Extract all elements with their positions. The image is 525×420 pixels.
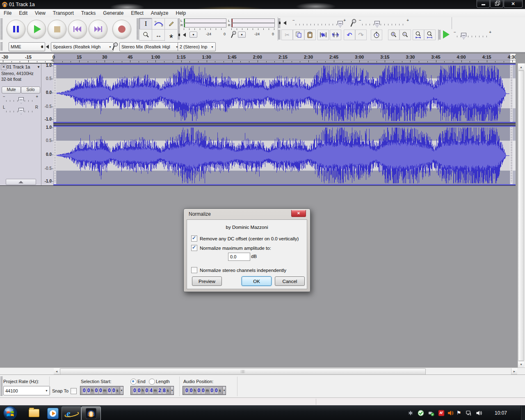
- menu-edit[interactable]: Edit: [15, 9, 31, 17]
- menu-transport[interactable]: Transport: [49, 9, 78, 17]
- dc-offset-checkbox[interactable]: ✓: [191, 235, 197, 242]
- ok-button[interactable]: OK: [242, 276, 272, 286]
- zoom-in-button[interactable]: [388, 30, 399, 40]
- tray-network-icon[interactable]: [466, 410, 472, 416]
- solo-button[interactable]: Solo: [21, 87, 40, 94]
- playback-meter-menu[interactable]: ▼: [189, 32, 197, 38]
- trim-audio-button[interactable]: [317, 30, 329, 40]
- device-toolbar-grip[interactable]: [0, 42, 3, 51]
- minimize-button[interactable]: [477, 0, 490, 8]
- fit-project-button[interactable]: [424, 30, 436, 40]
- taskbar-internet-explorer-button[interactable]: e: [62, 406, 81, 420]
- pause-button[interactable]: [7, 20, 25, 39]
- scroll-down-button[interactable]: ▲: [518, 361, 524, 368]
- time-digit[interactable]: 8: [162, 388, 166, 394]
- paste-button[interactable]: [304, 30, 316, 40]
- transport-toolbar-grip[interactable]: [0, 18, 3, 40]
- menu-generate[interactable]: Generate: [99, 9, 127, 17]
- start-button[interactable]: [2, 405, 18, 420]
- record-meter-menu[interactable]: ▼: [238, 32, 246, 38]
- output-device-select[interactable]: Speakers (Realtek High ▼: [51, 42, 114, 51]
- record-button[interactable]: [112, 20, 131, 39]
- tray-usb-icon[interactable]: [428, 410, 434, 416]
- copy-button[interactable]: [293, 30, 304, 40]
- selection-toolbar-grip[interactable]: [0, 376, 3, 396]
- mute-button[interactable]: Mute: [2, 87, 21, 94]
- time-digit[interactable]: 0: [145, 388, 148, 394]
- skip-end-button[interactable]: [89, 20, 107, 39]
- record-meter[interactable]: L R ▼ -24 0: [228, 18, 275, 40]
- play-speed-slider[interactable]: − +: [453, 30, 492, 39]
- vertical-scrollbar[interactable]: ▲ ▲: [518, 63, 525, 368]
- tray-app-icon[interactable]: [407, 410, 414, 416]
- output-volume-thumb[interactable]: [338, 21, 343, 27]
- sync-lock-button[interactable]: [371, 30, 382, 40]
- envelope-tool-button[interactable]: [152, 18, 165, 30]
- time-digit[interactable]: 0: [107, 388, 111, 394]
- tray-realtek-audio-icon[interactable]: [447, 410, 454, 416]
- time-digit[interactable]: 0: [197, 388, 201, 394]
- scroll-up-button[interactable]: ▲: [518, 64, 524, 71]
- time-digit[interactable]: 0: [210, 388, 214, 394]
- show-desktop-button[interactable]: [520, 406, 525, 420]
- horizontal-scrollbar[interactable]: ◄ ►: [0, 368, 525, 375]
- stereo-independent-checkbox[interactable]: ✓: [191, 267, 197, 273]
- db-value-input[interactable]: [228, 253, 250, 261]
- time-field-dropdown[interactable]: ▼: [120, 387, 123, 394]
- scroll-left-button[interactable]: ◄: [54, 368, 59, 374]
- menu-file[interactable]: File: [0, 9, 15, 17]
- gain-slider[interactable]: − +: [2, 95, 39, 104]
- play-button[interactable]: [27, 20, 46, 39]
- track-close-button[interactable]: ✕: [1, 64, 7, 70]
- selection-tool-button[interactable]: I: [139, 18, 153, 30]
- time-digit[interactable]: 0: [201, 388, 205, 394]
- dialog-close-button[interactable]: ✕: [291, 210, 306, 217]
- timeline-ruler[interactable]: -30-1501530451:001:151:301:452:002:152:3…: [0, 54, 516, 63]
- amplitude-checkbox[interactable]: ✓: [191, 245, 197, 251]
- menu-effect[interactable]: Effect: [127, 9, 147, 17]
- taskbar-clock[interactable]: 10:07: [495, 406, 507, 420]
- selection-start-field[interactable]: 00h00m00s▼: [80, 386, 123, 395]
- time-digit[interactable]: 0: [99, 388, 103, 394]
- time-digit[interactable]: 0: [94, 388, 98, 394]
- time-digit[interactable]: 0: [87, 388, 91, 394]
- vertical-ruler[interactable]: 1.00.50.0-0.5-1.01.00.50.0-0.5-1.0: [41, 64, 53, 185]
- audio-position-field[interactable]: 00h00m00s▼: [183, 386, 226, 395]
- audio-host-select[interactable]: MME ▼: [9, 42, 45, 51]
- time-digit[interactable]: 0: [112, 388, 116, 394]
- time-digit[interactable]: 4: [149, 388, 153, 394]
- taskbar-audacity-button[interactable]: [81, 406, 101, 420]
- transcription-toolbar-grip[interactable]: [438, 30, 441, 40]
- tray-volume-icon[interactable]: [476, 410, 482, 416]
- end-radio[interactable]: [130, 379, 137, 385]
- scroll-right-button[interactable]: ►: [511, 368, 517, 374]
- playback-meter[interactable]: L R ▼ -24 0: [180, 18, 226, 40]
- time-digit[interactable]: 0: [133, 388, 137, 394]
- waveform-canvas[interactable]: [53, 64, 516, 185]
- time-digit[interactable]: 0: [185, 388, 189, 394]
- time-field-dropdown[interactable]: ▼: [170, 387, 173, 394]
- tray-action-center-icon[interactable]: ⚑: [457, 410, 463, 416]
- vertical-scroll-thumb[interactable]: [518, 71, 524, 361]
- window-titlebar[interactable]: 01 Track 1a ✕: [0, 0, 525, 9]
- close-button[interactable]: ✕: [504, 0, 523, 8]
- cancel-button[interactable]: Cancel: [275, 276, 305, 286]
- project-rate-select[interactable]: 44100 ▼: [3, 386, 50, 395]
- selection-end-field[interactable]: 00h04m28s▼: [130, 386, 174, 395]
- track-title-menu[interactable]: 01 Track 1a ▼: [7, 64, 40, 70]
- tray-red-app-icon[interactable]: [438, 410, 445, 416]
- time-digit[interactable]: 0: [137, 388, 141, 394]
- taskbar-media-player-button[interactable]: [47, 408, 59, 419]
- pan-slider[interactable]: L R: [2, 105, 39, 114]
- zoom-tool-button[interactable]: [139, 29, 153, 41]
- pan-thumb[interactable]: [18, 108, 24, 114]
- output-volume-slider[interactable]: − +: [292, 18, 347, 27]
- restore-button[interactable]: [490, 0, 503, 8]
- play-at-speed-button[interactable]: [443, 30, 450, 39]
- input-channels-select[interactable]: 2 (Stereo) Inp ▼: [178, 42, 216, 51]
- zoom-out-button[interactable]: [399, 30, 411, 40]
- horizontal-scroll-thumb[interactable]: [60, 368, 426, 375]
- undo-button[interactable]: ↶: [344, 30, 355, 40]
- menu-view[interactable]: View: [31, 9, 49, 17]
- input-volume-slider[interactable]: − +: [358, 18, 410, 27]
